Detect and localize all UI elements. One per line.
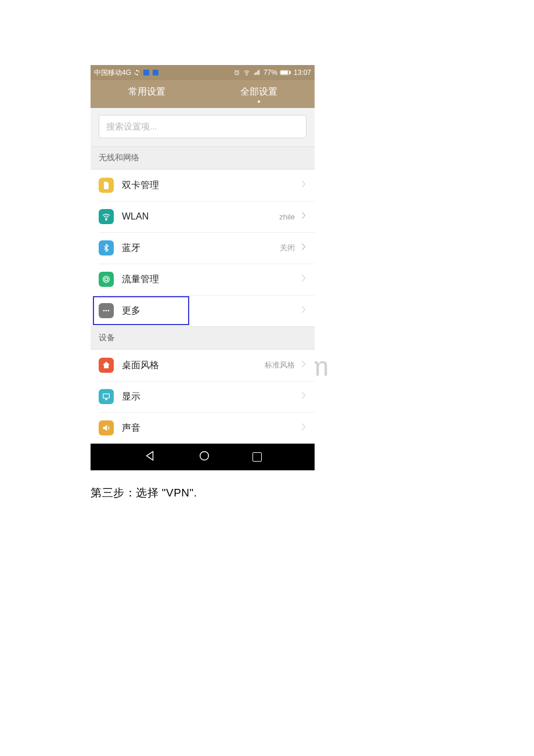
alarm-icon bbox=[233, 69, 240, 76]
item-value: 关闭 bbox=[280, 243, 295, 253]
search-input[interactable]: 搜索设置项... bbox=[99, 115, 306, 138]
item-label: 声音 bbox=[122, 422, 140, 434]
svg-point-15 bbox=[106, 310, 107, 312]
status-bar: 中国移动4G 77% 13:07 bbox=[91, 65, 315, 80]
item-bluetooth[interactable]: 蓝牙 关闭 bbox=[91, 232, 315, 264]
settings-tabs: 常用设置 全部设置 bbox=[91, 80, 315, 108]
home-icon bbox=[99, 358, 114, 373]
item-label: WLAN bbox=[122, 211, 149, 222]
svg-point-13 bbox=[104, 278, 107, 280]
sim-icon bbox=[99, 178, 114, 193]
item-wlan[interactable]: WLAN zhile bbox=[91, 201, 315, 232]
item-more[interactable]: 更多 bbox=[91, 295, 315, 326]
item-label: 蓝牙 bbox=[122, 242, 140, 254]
svg-rect-10 bbox=[281, 71, 288, 74]
svg-rect-4 bbox=[254, 73, 255, 75]
device-list: 桌面风格 标准风格 显示 声音 存储 bbox=[91, 350, 315, 458]
section-device: 设备 bbox=[91, 326, 315, 350]
sync-icon bbox=[134, 69, 140, 76]
item-display[interactable]: 显示 bbox=[91, 381, 315, 412]
data-usage-icon bbox=[99, 272, 114, 287]
item-label: 桌面风格 bbox=[122, 359, 159, 372]
svg-rect-9 bbox=[290, 71, 291, 74]
chevron-right-icon bbox=[301, 305, 306, 316]
item-label: 显示 bbox=[122, 391, 140, 403]
step-caption: 第三步：选择 "VPN". bbox=[91, 485, 197, 501]
recent-button[interactable] bbox=[252, 452, 262, 462]
tab-indicator-dot bbox=[258, 100, 260, 103]
back-button[interactable] bbox=[143, 449, 156, 465]
chevron-right-icon bbox=[301, 422, 306, 434]
wlan-icon bbox=[99, 209, 114, 224]
item-home-style[interactable]: 桌面风格 标准风格 bbox=[91, 350, 315, 381]
clock-text: 13:07 bbox=[294, 69, 311, 77]
chevron-right-icon bbox=[301, 242, 306, 254]
carrier-text: 中国移动4G bbox=[94, 68, 131, 78]
chevron-right-icon bbox=[301, 359, 306, 371]
section-wireless: 无线和网络 bbox=[91, 146, 315, 170]
search-placeholder: 搜索设置项... bbox=[106, 121, 157, 132]
svg-point-3 bbox=[246, 74, 247, 75]
battery-percent: 77% bbox=[264, 69, 277, 77]
item-label: 流量管理 bbox=[122, 273, 159, 286]
svg-point-19 bbox=[200, 452, 209, 460]
item-label: 双卡管理 bbox=[122, 179, 159, 192]
chevron-right-icon bbox=[301, 179, 306, 191]
battery-icon bbox=[280, 70, 291, 75]
svg-rect-0 bbox=[143, 70, 149, 75]
svg-rect-1 bbox=[153, 70, 158, 75]
tab-all-label: 全部设置 bbox=[240, 86, 277, 98]
sound-icon bbox=[99, 420, 114, 435]
app-badge-icon bbox=[143, 69, 150, 76]
tab-all[interactable]: 全部设置 bbox=[203, 80, 315, 108]
item-sim-management[interactable]: 双卡管理 bbox=[91, 170, 315, 201]
more-icon bbox=[99, 303, 114, 318]
svg-rect-17 bbox=[103, 394, 110, 398]
item-value: zhile bbox=[279, 213, 295, 221]
display-icon bbox=[99, 389, 114, 404]
chevron-right-icon bbox=[301, 273, 306, 285]
svg-point-11 bbox=[106, 219, 107, 220]
tab-common-label: 常用设置 bbox=[128, 86, 165, 98]
signal-icon bbox=[253, 69, 261, 76]
tab-common[interactable]: 常用设置 bbox=[91, 80, 203, 108]
item-data-usage[interactable]: 流量管理 bbox=[91, 264, 315, 295]
home-button[interactable] bbox=[198, 449, 211, 465]
svg-point-14 bbox=[103, 310, 105, 312]
android-nav-bar bbox=[91, 444, 315, 470]
wifi-icon bbox=[243, 69, 251, 76]
item-sound[interactable]: 声音 bbox=[91, 412, 315, 444]
svg-rect-5 bbox=[255, 72, 257, 75]
svg-rect-7 bbox=[258, 70, 259, 75]
bluetooth-icon bbox=[99, 240, 114, 255]
svg-point-16 bbox=[108, 310, 110, 312]
chevron-right-icon bbox=[301, 391, 306, 402]
svg-point-12 bbox=[103, 276, 110, 283]
phone-screenshot: 中国移动4G 77% 13:07 常用设置 全部设置 bbox=[91, 65, 315, 470]
app-badge2-icon bbox=[152, 69, 159, 76]
item-label: 更多 bbox=[122, 305, 140, 317]
item-value: 标准风格 bbox=[265, 360, 295, 370]
wireless-list: 双卡管理 WLAN zhile 蓝牙 关闭 流量管理 bbox=[91, 170, 315, 326]
svg-rect-6 bbox=[257, 71, 258, 75]
chevron-right-icon bbox=[301, 211, 306, 222]
